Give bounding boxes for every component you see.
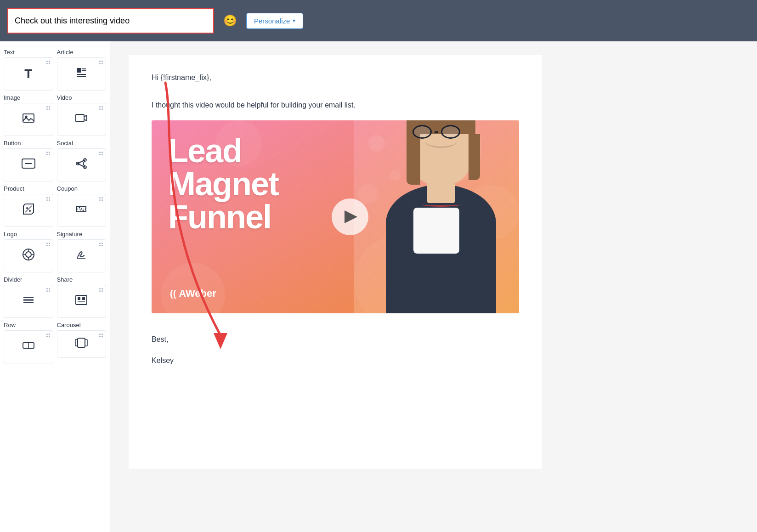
row-icon <box>22 339 35 355</box>
sidebar-item-share: Share <box>57 276 107 318</box>
svg-rect-27 <box>78 297 80 300</box>
svg-point-21 <box>26 252 31 257</box>
sidebar-label-button: Button <box>4 140 53 147</box>
sidebar-block-share[interactable] <box>57 285 107 318</box>
sidebar-block-image[interactable] <box>4 103 53 136</box>
svg-rect-28 <box>82 297 85 300</box>
social-icon <box>75 157 88 173</box>
button-icon <box>22 158 35 171</box>
svg-point-16 <box>79 207 80 209</box>
svg-line-15 <box>25 206 32 212</box>
aweber-logo: (( AWeber <box>170 288 216 300</box>
sidebar-block-row[interactable] <box>4 330 53 363</box>
sidebar-item-carousel: Carousel <box>57 322 107 363</box>
logo-icon <box>22 248 35 264</box>
sidebar-grid: Text T Article <box>4 49 106 363</box>
email-intro: I thought this video would be helpful fo… <box>152 101 519 109</box>
sidebar-block-article[interactable] <box>57 57 107 91</box>
main-layout: Text T Article <box>0 41 757 532</box>
sidebar-label-row: Row <box>4 322 53 328</box>
sidebar-item-text: Text T <box>4 49 53 91</box>
sidebar-block-logo[interactable] <box>4 239 53 272</box>
play-triangle-icon <box>345 210 357 223</box>
sidebar-label-video: Video <box>57 94 107 101</box>
video-thumbnail[interactable]: Lead Magnet Funnel (( AWeber <box>152 120 519 313</box>
sidebar-item-logo: Logo <box>4 231 53 272</box>
sidebar-block-signature[interactable] <box>57 239 107 272</box>
sidebar-label-logo: Logo <box>4 231 53 238</box>
share-icon <box>75 294 88 309</box>
svg-rect-33 <box>75 340 78 346</box>
sidebar: Text T Article <box>0 41 110 532</box>
sidebar-label-divider: Divider <box>4 276 53 283</box>
sidebar-label-carousel: Carousel <box>57 322 107 328</box>
svg-rect-32 <box>78 338 85 347</box>
sidebar-item-signature: Signature <box>57 231 107 272</box>
svg-rect-0 <box>77 68 81 73</box>
sidebar-block-button[interactable] <box>4 148 53 181</box>
svg-rect-7 <box>76 114 84 122</box>
sidebar-label-image: Image <box>4 94 53 101</box>
sidebar-block-product[interactable] <box>4 194 53 227</box>
coupon-icon <box>75 203 88 218</box>
sidebar-block-divider[interactable] <box>4 285 53 318</box>
sidebar-item-image: Image <box>4 94 53 136</box>
product-icon <box>22 203 35 218</box>
svg-point-14 <box>29 210 31 212</box>
email-closing: Best, <box>152 335 519 344</box>
header: 😊 Personalize ▾ <box>0 0 757 41</box>
emoji-icon: 😊 <box>223 14 237 27</box>
sidebar-item-video: Video <box>57 94 107 136</box>
video-title-line2: Magnet <box>168 167 278 200</box>
video-title: Lead Magnet Funnel <box>168 134 278 233</box>
video-icon <box>75 112 88 127</box>
personalize-button[interactable]: Personalize ▾ <box>246 13 303 29</box>
svg-rect-34 <box>85 340 87 346</box>
text-icon: T <box>24 67 32 81</box>
sidebar-item-article: Article <box>57 49 107 91</box>
sidebar-block-carousel[interactable] <box>57 330 107 358</box>
sidebar-block-coupon[interactable] <box>57 194 107 227</box>
sidebar-item-row: Row <box>4 322 53 363</box>
video-title-line3: Funnel <box>168 200 278 233</box>
svg-point-17 <box>83 210 84 211</box>
email-body: Hi {!firstname_fix}, I thought this vide… <box>129 55 542 469</box>
sidebar-block-video[interactable] <box>57 103 107 136</box>
play-button[interactable] <box>332 198 368 235</box>
sidebar-block-text[interactable]: T <box>4 57 53 91</box>
aweber-icon: (( <box>170 289 176 299</box>
subject-input[interactable] <box>7 8 214 34</box>
sidebar-item-product: Product <box>4 185 53 227</box>
chevron-down-icon: ▾ <box>293 17 295 24</box>
sidebar-item-divider: Divider <box>4 276 53 318</box>
sidebar-block-social[interactable] <box>57 148 107 181</box>
emoji-button[interactable]: 😊 <box>223 14 237 27</box>
email-greeting: Hi {!firstname_fix}, <box>152 74 519 82</box>
content-area: Hi {!firstname_fix}, I thought this vide… <box>110 41 757 532</box>
personalize-label: Personalize <box>254 17 290 25</box>
svg-point-13 <box>26 207 28 209</box>
signature-icon <box>75 248 88 264</box>
sidebar-label-signature: Signature <box>57 231 107 238</box>
sidebar-item-coupon: Coupon <box>57 185 107 227</box>
article-icon <box>75 66 88 82</box>
aweber-text: AWeber <box>179 288 216 300</box>
sidebar-label-share: Share <box>57 276 107 283</box>
sidebar-label-text: Text <box>4 49 53 56</box>
divider-icon <box>22 294 35 309</box>
email-signature: Kelsey <box>152 357 519 365</box>
image-icon <box>22 112 35 127</box>
svg-rect-5 <box>23 114 34 122</box>
sidebar-label-social: Social <box>57 140 107 147</box>
carousel-icon <box>75 337 88 351</box>
sidebar-label-product: Product <box>4 185 53 192</box>
sidebar-label-article: Article <box>57 49 107 56</box>
video-title-line1: Lead <box>168 134 278 167</box>
sidebar-label-coupon: Coupon <box>57 185 107 192</box>
svg-rect-26 <box>76 295 87 305</box>
sidebar-item-button: Button <box>4 140 53 181</box>
sidebar-item-social: Social <box>57 140 107 181</box>
person-illustration <box>354 120 519 313</box>
